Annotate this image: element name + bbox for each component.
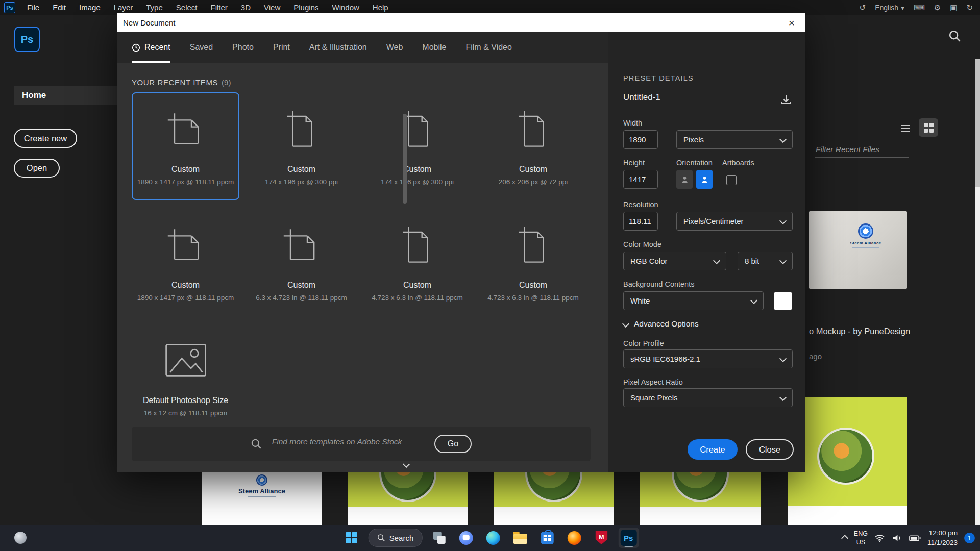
panel-icon[interactable]: ▣ bbox=[950, 3, 957, 12]
height-input[interactable] bbox=[623, 170, 658, 189]
search-icon[interactable] bbox=[948, 30, 961, 42]
recent-item-card[interactable]: Custom 206 x 206 px @ 72 ppi bbox=[479, 92, 587, 200]
edge-button[interactable] bbox=[483, 528, 503, 548]
width-unit-value: Pixels bbox=[683, 135, 704, 144]
filter-recent-files-input[interactable] bbox=[815, 145, 909, 158]
recent-file-thumbnail[interactable] bbox=[494, 471, 614, 525]
orientation-landscape-button[interactable] bbox=[696, 170, 713, 189]
widgets-icon[interactable] bbox=[14, 532, 27, 544]
close-icon[interactable]: × bbox=[778, 13, 805, 32]
list-view-icon[interactable] bbox=[896, 121, 914, 136]
grid-view-icon[interactable] bbox=[919, 118, 938, 137]
item-spec: 4.723 x 6.3 in @ 118.11 ppcm bbox=[372, 294, 462, 302]
menu-item-plugins[interactable]: Plugins bbox=[287, 3, 325, 12]
gear-icon[interactable]: ⚙ bbox=[934, 3, 941, 12]
create-new-button[interactable]: Create new bbox=[14, 129, 77, 148]
resolution-input[interactable] bbox=[623, 212, 658, 231]
create-button[interactable]: Create bbox=[688, 439, 738, 460]
recent-file-thumbnail[interactable] bbox=[640, 471, 761, 525]
chevron-down-icon bbox=[779, 394, 787, 401]
background-color-swatch[interactable] bbox=[774, 292, 792, 310]
pixel-aspect-ratio-dropdown[interactable]: Square Pixels bbox=[623, 388, 793, 407]
tab-saved[interactable]: Saved bbox=[190, 32, 213, 63]
recent-item-card[interactable]: Custom 1890 x 1417 px @ 118.11 ppcm bbox=[132, 92, 239, 200]
recent-file-thumbnail[interactable]: Steem Alliance bbox=[809, 211, 907, 289]
recent-item-card[interactable]: Default Photoshop Size 16 x 12 cm @ 118.… bbox=[132, 323, 239, 431]
go-button[interactable]: Go bbox=[434, 435, 472, 453]
menu-item-help[interactable]: Help bbox=[366, 3, 395, 12]
recent-file-thumbnail[interactable]: Steem Alliance bbox=[202, 471, 322, 525]
menu-item-image[interactable]: Image bbox=[72, 3, 107, 12]
task-view-button[interactable] bbox=[429, 528, 449, 548]
menu-item-edit[interactable]: Edit bbox=[46, 3, 72, 12]
advanced-options-toggle[interactable]: Advanced Options bbox=[623, 319, 699, 329]
page-scrollbar[interactable] bbox=[975, 59, 980, 525]
tab-film-video[interactable]: Film & Video bbox=[465, 32, 511, 63]
section-header: YOUR RECENT ITEMS(9) bbox=[132, 78, 231, 87]
artboards-checkbox[interactable] bbox=[726, 175, 737, 185]
menu-item-select[interactable]: Select bbox=[169, 3, 204, 12]
rotate-icon[interactable]: ↻ bbox=[966, 3, 973, 12]
scrollbar-thumb[interactable] bbox=[975, 59, 980, 187]
recent-item-card[interactable]: Custom 1890 x 1417 px @ 118.11 ppcm bbox=[132, 208, 239, 316]
security-button[interactable]: M bbox=[591, 528, 611, 548]
menu-item-3d[interactable]: 3D bbox=[234, 3, 257, 12]
download-preset-icon[interactable] bbox=[779, 94, 793, 107]
close-button[interactable]: Close bbox=[746, 439, 794, 460]
menu-item-filter[interactable]: Filter bbox=[204, 3, 234, 12]
language-selector[interactable]: English ▾ bbox=[875, 4, 904, 12]
background-contents-dropdown[interactable]: White bbox=[623, 291, 764, 310]
preset-details-heading: PRESET DETAILS bbox=[623, 74, 694, 82]
recent-item-card[interactable]: Custom 4.723 x 6.3 in @ 118.11 ppcm bbox=[363, 208, 471, 316]
keyboard-icon[interactable]: ⌨ bbox=[914, 3, 925, 12]
recent-file-thumbnail[interactable] bbox=[348, 471, 468, 525]
recent-file-thumbnail[interactable] bbox=[788, 397, 907, 525]
tab-photo[interactable]: Photo bbox=[232, 32, 254, 63]
undo-icon[interactable]: ↺ bbox=[860, 3, 866, 12]
sidebar-item-home[interactable]: Home bbox=[14, 86, 117, 105]
color-profile-dropdown[interactable]: sRGB IEC61966-2.1 bbox=[623, 349, 793, 368]
tab-web[interactable]: Web bbox=[386, 32, 403, 63]
logo-tagline-bar bbox=[248, 496, 276, 497]
firefox-button[interactable] bbox=[564, 528, 584, 548]
tab-print[interactable]: Print bbox=[273, 32, 290, 63]
store-button[interactable] bbox=[537, 528, 557, 548]
scrollbar-thumb[interactable] bbox=[403, 114, 407, 204]
bit-depth-dropdown[interactable]: 8 bit bbox=[738, 252, 793, 270]
tab-art-illustration[interactable]: Art & Illustration bbox=[309, 32, 367, 63]
file-explorer-button[interactable] bbox=[510, 528, 530, 548]
taskbar-search[interactable]: Search bbox=[369, 529, 423, 547]
chat-button[interactable] bbox=[456, 528, 476, 548]
start-button[interactable] bbox=[341, 528, 362, 548]
open-button[interactable]: Open bbox=[14, 159, 60, 178]
language-indicator[interactable]: ENG US bbox=[854, 530, 868, 546]
clock[interactable]: 12:00 pm 11/1/2023 bbox=[927, 529, 958, 547]
scroll-down-icon[interactable] bbox=[404, 460, 409, 469]
battery-icon[interactable] bbox=[909, 535, 921, 541]
tab-mobile[interactable]: Mobile bbox=[422, 32, 446, 63]
volume-icon[interactable] bbox=[892, 534, 902, 542]
recent-item-card[interactable]: Custom 174 x 196 px @ 300 ppi bbox=[248, 92, 355, 200]
recent-item-card[interactable]: Custom 4.723 x 6.3 in @ 118.11 ppcm bbox=[479, 208, 587, 316]
menu-item-view[interactable]: View bbox=[257, 3, 287, 12]
photoshop-taskbar-button[interactable]: Ps bbox=[618, 528, 639, 548]
stock-search-input[interactable] bbox=[271, 437, 425, 450]
orientation-portrait-button[interactable] bbox=[676, 170, 693, 189]
tab-recent[interactable]: Recent bbox=[132, 32, 170, 63]
recent-item-card[interactable]: Custom 174 x 196 px @ 300 ppi bbox=[363, 92, 471, 200]
resolution-unit-dropdown[interactable]: Pixels/Centimeter bbox=[676, 212, 793, 231]
width-input[interactable] bbox=[623, 130, 658, 149]
wifi-icon[interactable] bbox=[874, 534, 885, 542]
document-name-input[interactable] bbox=[623, 92, 772, 107]
recent-item-card[interactable]: Custom 6.3 x 4.723 in @ 118.11 ppcm bbox=[248, 208, 355, 316]
menu-item-file[interactable]: File bbox=[20, 3, 46, 12]
menu-item-type[interactable]: Type bbox=[139, 3, 169, 12]
tray-expand-icon[interactable] bbox=[841, 534, 848, 541]
width-unit-dropdown[interactable]: Pixels bbox=[676, 130, 793, 149]
item-spec: 16 x 12 cm @ 118.11 ppcm bbox=[144, 409, 227, 417]
notification-badge[interactable]: 1 bbox=[964, 533, 975, 543]
color-mode-dropdown[interactable]: RGB Color bbox=[623, 252, 726, 270]
menu-item-layer[interactable]: Layer bbox=[107, 3, 140, 12]
color-mode-value: RGB Color bbox=[630, 257, 668, 265]
menu-item-window[interactable]: Window bbox=[325, 3, 365, 12]
